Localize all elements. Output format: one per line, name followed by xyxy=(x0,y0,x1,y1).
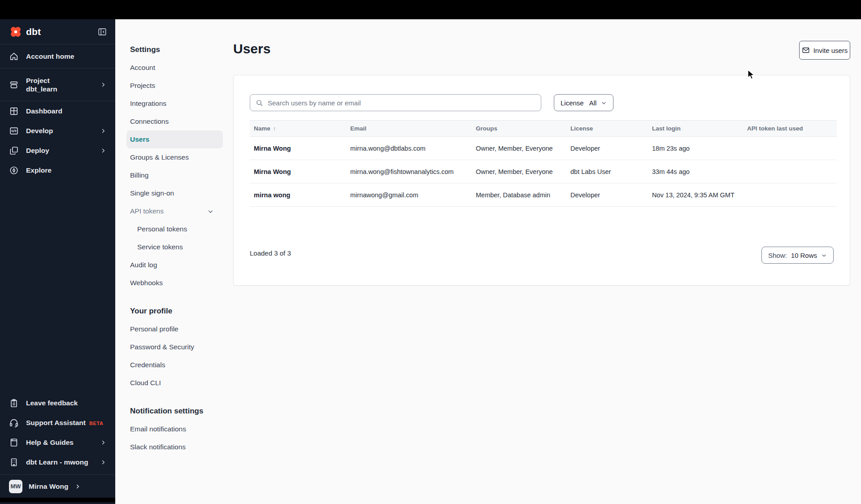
settings-nav-item-groups-licenses[interactable]: Groups & Licenses xyxy=(126,148,223,166)
sidebar-item-deploy[interactable]: Deploy xyxy=(0,141,115,161)
sidebar-item-label: Account home xyxy=(26,52,106,61)
column-header-label: API token last used xyxy=(747,125,803,132)
sidebar-item-dbt-learn-account[interactable]: dbt Learn - mwong xyxy=(0,452,115,472)
sidebar-item-help-guides[interactable]: Help & Guides xyxy=(0,433,115,452)
explore-compass-icon xyxy=(9,165,19,175)
settings-nav-item-audit-log[interactable]: Audit log xyxy=(126,256,223,274)
settings-nav-item-users[interactable]: Users xyxy=(126,130,223,148)
sidebar-collapse-icon[interactable] xyxy=(97,27,107,37)
app-sidebar: dbt Account home Project dbt_learn xyxy=(0,19,115,504)
rows-per-page-dropdown[interactable]: Show: 10 Rows xyxy=(761,247,834,264)
column-header-last-login[interactable]: Last login xyxy=(648,125,743,132)
sidebar-item-label: Leave feedback xyxy=(26,399,106,407)
project-label: Project xyxy=(26,76,93,85)
sidebar-item-account-home[interactable]: Account home xyxy=(0,44,115,69)
license-filter-value: All xyxy=(589,99,597,107)
invite-users-label: Invite users xyxy=(813,47,848,54)
sort-ascending-icon: ↑ xyxy=(273,125,276,132)
sidebar-item-explore[interactable]: Explore xyxy=(0,161,115,180)
search-icon xyxy=(256,99,263,107)
settings-nav-item-integrations[interactable]: Integrations xyxy=(126,95,223,113)
settings-nav-item-password-security[interactable]: Password & Security xyxy=(126,338,223,356)
page-title: Users xyxy=(233,41,270,56)
sidebar-item-dashboard[interactable]: Dashboard xyxy=(0,101,115,121)
table-row[interactable]: Mirna Wong mirna.wong@dbtlabs.com Owner,… xyxy=(250,137,837,160)
sidebar-item-support-assistant[interactable]: Support AssistantBETA xyxy=(0,413,115,433)
invite-users-button[interactable]: Invite users xyxy=(799,41,850,60)
user-search[interactable] xyxy=(250,94,541,111)
cell-email: mirnawong@gmail.com xyxy=(346,191,472,199)
settings-nav-item-cloud-cli[interactable]: Cloud CLI xyxy=(126,374,223,392)
sidebar-item-label: dbt Learn - mwong xyxy=(26,458,93,466)
sidebar-item-label: Project dbt_learn xyxy=(26,76,93,94)
settings-nav: Settings Account Projects Integrations C… xyxy=(126,41,223,456)
dbt-logo[interactable]: dbt xyxy=(9,25,41,39)
api-tokens-label: API tokens xyxy=(130,207,164,215)
cell-groups: Member, Database admin xyxy=(472,191,566,199)
project-icon xyxy=(9,80,19,90)
settings-nav-item-service-tokens[interactable]: Service tokens xyxy=(126,238,223,256)
sidebar-item-project[interactable]: Project dbt_learn xyxy=(0,69,115,101)
search-input[interactable] xyxy=(268,99,535,107)
column-header-label: License xyxy=(570,125,593,132)
settings-nav-item-projects[interactable]: Projects xyxy=(126,77,223,95)
settings-nav-item-webhooks[interactable]: Webhooks xyxy=(126,274,223,292)
settings-nav-item-email-notifications[interactable]: Email notifications xyxy=(126,420,223,438)
sidebar-item-label: Develop xyxy=(26,126,93,135)
table-header-row: Name ↑ Email Groups License Last login A… xyxy=(250,120,837,137)
sidebar-item-label: Explore xyxy=(26,166,106,174)
chevron-down-icon xyxy=(821,252,827,258)
your-profile-section-title: Your profile xyxy=(126,302,223,320)
settings-nav-item-personal-tokens[interactable]: Personal tokens xyxy=(126,220,223,238)
dashboard-icon xyxy=(9,106,19,116)
cell-last-login: 33m 44s ago xyxy=(648,168,743,175)
chevron-right-icon xyxy=(100,128,106,134)
notification-settings-section-title: Notification settings xyxy=(126,402,223,420)
settings-nav-title: Settings xyxy=(126,41,223,59)
building-icon xyxy=(9,457,19,467)
avatar: MW xyxy=(9,480,22,493)
chevron-right-icon xyxy=(100,148,106,154)
sidebar-item-label: Dashboard xyxy=(26,107,106,115)
sidebar-item-leave-feedback[interactable]: Leave feedback xyxy=(0,393,115,413)
sidebar-item-develop[interactable]: Develop xyxy=(0,121,115,141)
show-value: 10 Rows xyxy=(791,252,817,259)
sidebar-item-label: Help & Guides xyxy=(26,438,93,447)
column-header-name[interactable]: Name ↑ xyxy=(250,125,346,132)
sidebar-item-label: Deploy xyxy=(26,146,93,155)
column-header-email[interactable]: Email xyxy=(346,125,472,132)
sidebar-user-menu[interactable]: MW Mirna Wong xyxy=(0,474,115,498)
sidebar-footer: Leave feedback Support AssistantBETA xyxy=(0,393,115,504)
chevron-down-icon xyxy=(601,100,607,106)
column-header-label: Groups xyxy=(476,125,497,132)
top-black-bar xyxy=(0,0,861,19)
cell-groups: Owner, Member, Everyone xyxy=(472,145,566,152)
settings-nav-item-api-tokens[interactable]: API tokens xyxy=(126,202,223,220)
user-name: Mirna Wong xyxy=(29,482,68,491)
settings-nav-item-connections[interactable]: Connections xyxy=(126,113,223,130)
envelope-icon xyxy=(802,46,810,54)
cell-license: Developer xyxy=(566,191,648,199)
column-header-license[interactable]: License xyxy=(566,125,648,132)
project-name: dbt_learn xyxy=(26,85,93,93)
show-label: Show: xyxy=(768,252,787,259)
license-filter-dropdown[interactable]: License All xyxy=(554,94,613,111)
settings-nav-item-credentials[interactable]: Credentials xyxy=(126,356,223,374)
table-row[interactable]: Mirna Wong mirna.wong@fishtownanalytics.… xyxy=(250,160,837,183)
settings-nav-item-slack-notifications[interactable]: Slack notifications xyxy=(126,438,223,456)
column-header-api-token[interactable]: API token last used xyxy=(743,125,837,132)
support-assistant-label: Support Assistant xyxy=(26,419,86,426)
table-row[interactable]: mirna wong mirnawong@gmail.com Member, D… xyxy=(250,183,837,207)
settings-nav-item-personal-profile[interactable]: Personal profile xyxy=(126,320,223,338)
settings-nav-item-single-sign-on[interactable]: Single sign-on xyxy=(126,184,223,202)
sidebar-bottom-strip xyxy=(0,498,115,502)
chevron-down-icon xyxy=(207,208,214,215)
settings-nav-item-billing[interactable]: Billing xyxy=(126,166,223,184)
settings-nav-item-account[interactable]: Account xyxy=(126,59,223,77)
cell-email: mirna.wong@fishtownanalytics.com xyxy=(346,168,472,175)
loaded-count-text: Loaded 3 of 3 xyxy=(250,249,291,257)
cell-name: Mirna Wong xyxy=(250,168,346,175)
column-header-groups[interactable]: Groups xyxy=(472,125,566,132)
users-table: Name ↑ Email Groups License Last login A… xyxy=(250,120,837,207)
cell-last-login: 18m 23s ago xyxy=(648,145,743,152)
